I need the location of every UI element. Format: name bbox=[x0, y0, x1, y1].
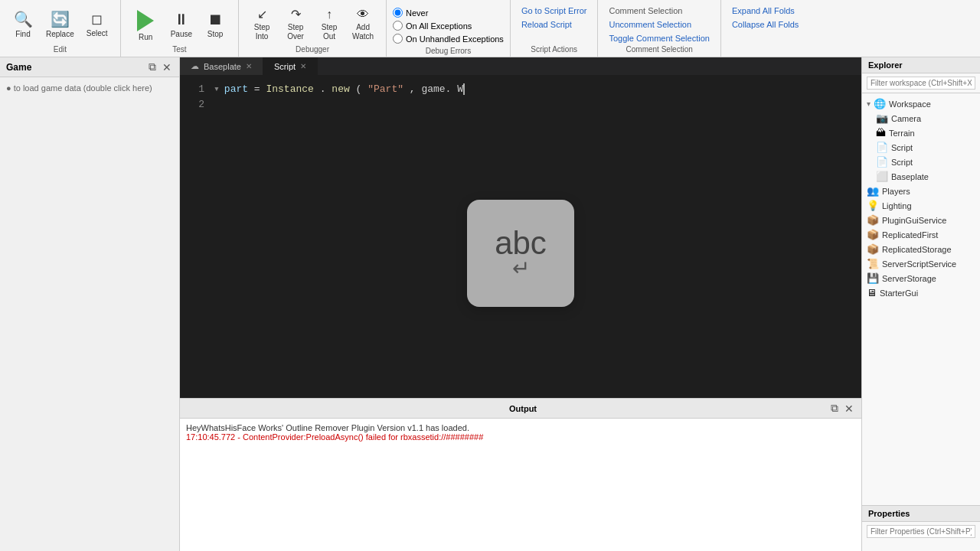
pluginguiservice-icon: 📦 bbox=[867, 214, 879, 226]
line-number-1: 1 bbox=[186, 82, 204, 97]
fold-arrow-1[interactable]: ▾ bbox=[214, 82, 220, 97]
all-exceptions-radio-label[interactable]: On All Exceptions bbox=[393, 21, 504, 31]
tree-item-script2[interactable]: 📄 Script bbox=[862, 155, 980, 169]
baseplate-tab[interactable]: ☁ Baseplate ✕ bbox=[180, 57, 263, 75]
run-button[interactable]: Run bbox=[129, 7, 163, 41]
add-watch-icon: 👁 bbox=[357, 8, 369, 21]
add-watch-button[interactable]: 👁 AddWatch bbox=[348, 5, 378, 44]
tree-item-script1[interactable]: 📄 Script bbox=[862, 140, 980, 155]
line-number-2: 2 bbox=[186, 97, 204, 112]
tree-item-baseplate[interactable]: ⬜ Baseplate bbox=[862, 169, 980, 184]
script2-icon: 📄 bbox=[876, 156, 888, 168]
debugger-buttons: ↙ StepInto ↷ StepOver ↑ StepOut 👁 AddWat… bbox=[242, 0, 383, 45]
collapse-all-button[interactable]: Collapse All Folds bbox=[729, 18, 802, 31]
tree-item-camera[interactable]: 📷 Camera bbox=[862, 111, 980, 126]
output-title: Output bbox=[217, 404, 829, 413]
tree-item-players[interactable]: 👥 Players bbox=[862, 184, 980, 198]
output-content[interactable]: HeyWhatsHisFace Works' Outline Remover P… bbox=[180, 419, 861, 551]
tree-item-serverscriptservice[interactable]: 📜 ServerScriptService bbox=[862, 256, 980, 271]
script-tab[interactable]: Script ✕ bbox=[263, 57, 318, 75]
replace-button[interactable]: 🔄 Replace bbox=[41, 7, 79, 41]
terrain-icon: 🏔 bbox=[876, 127, 886, 139]
code-editor[interactable]: 1 ▾ part = Instance . new ( "Part" , gam… bbox=[180, 76, 861, 398]
tree-item-lighting[interactable]: 💡 Lighting bbox=[862, 198, 980, 213]
go-to-script-error-button[interactable]: Go to Script Error bbox=[518, 5, 590, 17]
tree-item-workspace[interactable]: ▾ 🌐 Workspace bbox=[862, 96, 980, 111]
output-line-1: HeyWhatsHisFace Works' Outline Remover P… bbox=[186, 423, 855, 432]
editor-tab-bar: ☁ Baseplate ✕ Script ✕ bbox=[180, 57, 861, 76]
step-over-icon: ↷ bbox=[291, 7, 301, 21]
debugger-group-inner: ↙ StepInto ↷ StepOver ↑ StepOut 👁 AddWat… bbox=[242, 0, 383, 57]
game-panel-float-button[interactable]: ⧉ bbox=[147, 60, 158, 73]
select-icon: ◻ bbox=[91, 11, 103, 28]
tree-item-pluginguiservice[interactable]: 📦 PluginGuiService bbox=[862, 213, 980, 227]
stop-icon: ⏹ bbox=[207, 11, 223, 28]
step-out-button[interactable]: ↑ StepOut bbox=[314, 5, 345, 44]
tree-item-startergui[interactable]: 🖥 StarterGui bbox=[862, 285, 980, 300]
step-over-button[interactable]: ↷ StepOver bbox=[280, 4, 311, 44]
script2-label: Script bbox=[891, 158, 913, 167]
comment-selection-group: Comment Selection Uncomment Selection To… bbox=[598, 0, 720, 57]
properties-search-input[interactable] bbox=[867, 525, 975, 538]
expand-all-button[interactable]: Expand All Folds bbox=[729, 5, 798, 17]
find-button[interactable]: 🔍 Find bbox=[8, 7, 38, 41]
toggle-comment-button[interactable]: Toggle Comment Selection bbox=[606, 32, 712, 44]
output-panel: Output ⧉ ✕ HeyWhatsHisFace Works' Outlin… bbox=[180, 398, 861, 551]
code-line-2: 2 bbox=[180, 97, 861, 112]
output-line-2: 17:10:45.772 - ContentProvider:PreloadAs… bbox=[186, 432, 855, 442]
folds-label bbox=[724, 54, 806, 57]
script-actions-label: Script Actions bbox=[514, 45, 595, 57]
tree-item-replicatedfirst[interactable]: 📦 ReplicatedFirst bbox=[862, 227, 980, 242]
output-float-button[interactable]: ⧉ bbox=[829, 402, 840, 415]
comment-selection-button[interactable]: Comment Selection bbox=[606, 5, 685, 17]
all-exceptions-radio[interactable] bbox=[393, 21, 403, 31]
tree-item-terrain[interactable]: 🏔 Terrain bbox=[862, 126, 980, 140]
game-panel-hint: ● to load game data (double click here) bbox=[6, 83, 152, 93]
explorer-search-input[interactable] bbox=[867, 77, 975, 90]
edit-label: Edit bbox=[3, 45, 117, 57]
abc-keyboard-overlay: abc ↵ bbox=[467, 200, 574, 307]
output-header-icons: ⧉ ✕ bbox=[829, 402, 855, 415]
tree-item-serverstorage[interactable]: 💾 ServerStorage bbox=[862, 271, 980, 285]
unhandled-radio-label[interactable]: On Unhandled Exceptions bbox=[393, 34, 504, 44]
replicatedfirst-label: ReplicatedFirst bbox=[882, 230, 938, 240]
baseplate-tab-close-icon[interactable]: ✕ bbox=[246, 62, 252, 70]
game-panel-content[interactable]: ● to load game data (double click here) bbox=[0, 77, 179, 551]
select-button[interactable]: ◻ Select bbox=[82, 8, 113, 41]
tree-item-replicatedstorage[interactable]: 📦 ReplicatedStorage bbox=[862, 242, 980, 256]
game-panel: Game ⧉ ✕ ● to load game data (double cli… bbox=[0, 57, 180, 551]
workspace-icon: 🌐 bbox=[874, 98, 886, 109]
replicatedfirst-icon: 📦 bbox=[867, 229, 879, 240]
uncomment-selection-button[interactable]: Uncomment Selection bbox=[606, 18, 694, 31]
pause-button[interactable]: ⏸ Pause bbox=[166, 8, 197, 41]
find-icon: 🔍 bbox=[14, 10, 33, 28]
script-actions-buttons: Go to Script Error Reload Script bbox=[514, 0, 595, 45]
debug-errors-group: Never On All Exceptions On Unhandled Exc… bbox=[387, 0, 511, 57]
camera-icon: 📷 bbox=[876, 112, 888, 124]
step-into-icon: ↙ bbox=[257, 7, 267, 21]
never-radio-label[interactable]: Never bbox=[393, 8, 504, 18]
output-close-button[interactable]: ✕ bbox=[843, 402, 855, 415]
play-icon bbox=[137, 10, 154, 31]
script-actions-group: Go to Script Error Reload Script Script … bbox=[511, 0, 599, 57]
lighting-label: Lighting bbox=[882, 201, 912, 210]
unhandled-radio[interactable] bbox=[393, 34, 403, 44]
script1-label: Script bbox=[891, 143, 913, 152]
workspace-label: Workspace bbox=[889, 99, 931, 109]
edit-group: 🔍 Find 🔄 Replace ◻ Select Edit bbox=[0, 0, 121, 57]
reload-script-button[interactable]: Reload Script bbox=[518, 18, 575, 31]
serverscriptservice-icon: 📜 bbox=[867, 258, 879, 269]
script-actions-inner: Go to Script Error Reload Script Script … bbox=[514, 0, 595, 57]
properties-header: Properties bbox=[862, 506, 980, 522]
comment-selection-buttons: Comment Selection Uncomment Selection To… bbox=[601, 0, 717, 45]
script-tab-close-icon[interactable]: ✕ bbox=[300, 62, 306, 70]
step-into-button[interactable]: ↙ StepInto bbox=[247, 4, 277, 44]
replace-icon: 🔄 bbox=[51, 10, 70, 28]
camera-label: Camera bbox=[891, 114, 921, 123]
step-out-icon: ↑ bbox=[326, 8, 332, 21]
game-panel-close-button[interactable]: ✕ bbox=[161, 60, 173, 73]
startergui-icon: 🖥 bbox=[867, 287, 877, 298]
stop-button[interactable]: ⏹ Stop bbox=[200, 8, 230, 41]
never-radio[interactable] bbox=[393, 8, 403, 18]
properties-search-bar bbox=[862, 522, 980, 541]
